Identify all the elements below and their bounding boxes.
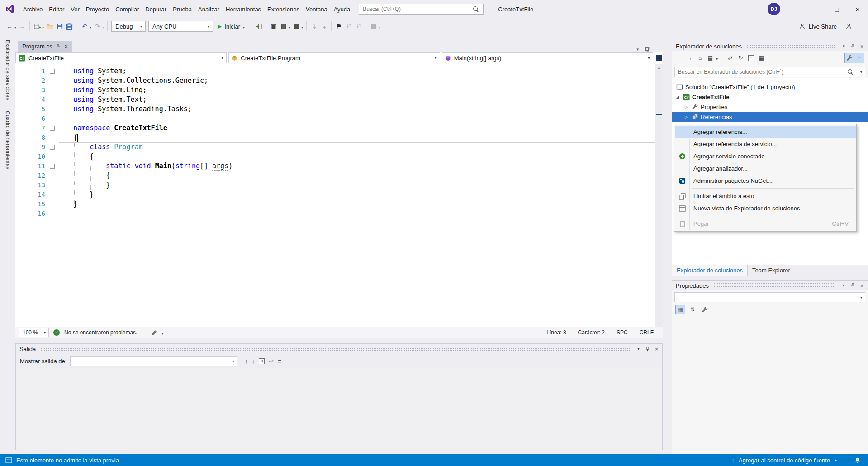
type-dropdown[interactable]: CreateTxtFile.Program ▾ — [228, 52, 440, 63]
toggle-bookmark-icon[interactable]: ⚑ — [334, 20, 344, 32]
context-menu-item[interactable]: Agregar servicio conectado — [675, 150, 856, 162]
find-dropdown-icon[interactable]: ▾ — [289, 25, 290, 29]
code-line[interactable]: 11− static void Main(string[] args) — [15, 162, 655, 171]
context-menu-item[interactable]: Agregar analizador... — [675, 162, 856, 175]
solution-platform-dropdown[interactable]: Any CPU ▾ — [148, 21, 213, 32]
tree-item[interactable]: ▷Referencias — [672, 112, 868, 122]
collapse-region-icon[interactable]: − — [50, 69, 55, 74]
code-surface[interactable]: 1−using System;2using System.Collections… — [15, 64, 655, 327]
source-control-caret-icon[interactable]: ▲ — [834, 458, 838, 462]
collapse-region-icon[interactable]: − — [50, 145, 55, 150]
collapse-region-icon[interactable]: − — [50, 164, 55, 169]
code-line[interactable]: 16 — [15, 209, 655, 219]
code-line[interactable]: 12 { — [15, 171, 655, 181]
solution-configuration-dropdown[interactable]: Debug ▾ — [111, 21, 146, 32]
pin-icon[interactable] — [56, 43, 61, 49]
previous-message-icon[interactable]: ↑ — [245, 358, 248, 365]
context-menu-item[interactable]: Agregar referencia... — [675, 126, 856, 138]
expander-icon[interactable]: ▷ — [683, 115, 689, 119]
categorized-view-icon[interactable]: ▦ — [675, 305, 685, 314]
redo-dropdown-icon[interactable]: ▾ — [102, 25, 104, 29]
window-position-dropdown-icon[interactable]: ▾ — [635, 345, 642, 352]
maximize-button[interactable]: □ — [826, 0, 847, 18]
context-menu-item[interactable]: Administrar paquetes NuGet... — [675, 175, 856, 187]
preview-selected-items-icon[interactable]: − — [854, 53, 864, 63]
close-icon[interactable]: × — [64, 43, 68, 50]
search-options-dropdown-icon[interactable]: ▾ — [858, 70, 865, 74]
next-bookmark-icon[interactable]: ⚐ — [354, 20, 364, 32]
close-icon[interactable]: × — [653, 345, 660, 352]
collapse-all-icon[interactable]: − — [746, 53, 756, 63]
expander-icon[interactable]: ◢ — [674, 95, 681, 99]
toggle-autoscroll-icon[interactable]: ≡ — [278, 358, 281, 365]
tree-item[interactable]: ▷Properties — [672, 102, 868, 112]
menubar-item[interactable]: Compilar — [112, 4, 142, 14]
editor-vertical-scrollbar[interactable]: ▲ ▾ — [655, 64, 663, 327]
scroll-up-icon[interactable]: ▲ — [655, 64, 663, 71]
context-menu-item[interactable]: Nueva vista de Explorador de soluciones — [675, 202, 856, 214]
undo-dropdown-icon[interactable]: ▾ — [90, 25, 91, 29]
code-line[interactable]: 13 } — [15, 181, 655, 190]
zoom-dropdown[interactable]: 100 % ▾ — [19, 328, 49, 337]
notifications-bell-icon[interactable] — [854, 457, 861, 464]
sync-with-active-document-icon[interactable]: ⇄ — [726, 53, 735, 63]
output-content[interactable] — [16, 368, 662, 450]
live-share-button[interactable]: Live Share — [809, 23, 837, 30]
panel-grip-texture[interactable] — [746, 44, 835, 48]
code-line[interactable]: 2using System.Collections.Generic; — [15, 76, 655, 86]
menubar-item[interactable]: Ventana — [303, 4, 331, 14]
menubar-item[interactable]: Ayuda — [331, 4, 354, 14]
tree-item[interactable]: Solución "CreateTxtFile" (1 de 1 proyect… — [672, 82, 868, 92]
tab-team-explorer[interactable]: Team Explorer — [748, 265, 795, 276]
step-over-icon[interactable]: ↳ — [319, 20, 329, 32]
code-line[interactable]: 9− class Program — [15, 143, 655, 152]
code-line[interactable]: 3using System.Linq; — [15, 86, 655, 95]
context-menu-item[interactable]: Agregar referencia de servicio... — [675, 138, 856, 150]
performance-snapshot-icon[interactable]: ▣ — [269, 20, 279, 32]
navigate-back-dropdown-icon[interactable]: ▾ — [14, 25, 16, 29]
quick-search-input[interactable] — [359, 6, 473, 12]
tree-item[interactable]: ◢C#CreateTxtFile — [672, 92, 868, 102]
alphabetical-sort-icon[interactable]: ⇅ — [688, 305, 697, 314]
tab-solution-explorer[interactable]: Explorador de soluciones — [672, 265, 748, 276]
pin-icon[interactable] — [644, 345, 651, 352]
open-file-icon[interactable] — [45, 20, 55, 32]
menubar-item[interactable]: Depurar — [142, 4, 170, 14]
show-all-files-icon[interactable]: ▦ — [757, 53, 766, 63]
word-wrap-icon[interactable]: ↩ — [269, 358, 274, 365]
refresh-icon[interactable]: ↻ — [736, 53, 745, 63]
menubar-item[interactable]: Ver — [67, 4, 83, 14]
health-message[interactable]: No se encontraron problemas. — [64, 329, 137, 336]
start-debugging-button[interactable]: ▶ Iniciar ▾ — [214, 23, 249, 30]
code-line[interactable]: 6 — [15, 114, 655, 124]
forward-icon[interactable]: → — [685, 53, 694, 63]
code-editor[interactable]: 1−using System;2using System.Collections… — [15, 64, 663, 327]
find-in-files-icon[interactable]: ▤ — [279, 20, 289, 32]
undo-icon[interactable]: ↶ — [80, 20, 90, 32]
properties-object-dropdown[interactable]: ▾ — [674, 292, 865, 302]
code-line[interactable]: 8{ — [15, 133, 655, 143]
project-dropdown[interactable]: C# CreateTxtFile ▾ — [15, 52, 227, 63]
gear-icon[interactable] — [644, 46, 650, 52]
close-icon[interactable]: × — [858, 282, 866, 289]
code-line[interactable]: 10 { — [15, 152, 655, 162]
switch-views-icon[interactable]: ▤ — [706, 53, 715, 63]
previous-bookmark-icon[interactable]: ⚐ — [344, 20, 354, 32]
menubar-item[interactable]: Prueba — [170, 4, 195, 14]
menubar-item[interactable]: Analizar — [195, 4, 223, 14]
avatar[interactable]: DJ — [768, 3, 780, 15]
sidebar-item-server-explorer[interactable]: Explorador de servidores — [5, 40, 11, 100]
navigate-back-icon[interactable]: ← — [5, 20, 14, 32]
window-position-dropdown-icon[interactable]: ▾ — [840, 43, 848, 50]
collapse-region-icon[interactable]: − — [50, 126, 55, 131]
feedback-icon[interactable] — [845, 23, 852, 29]
code-line[interactable]: 1−using System; — [15, 67, 655, 76]
extension-icon[interactable]: ▤ — [369, 20, 379, 32]
code-cleanup-dropdown-icon[interactable]: ▾ — [161, 332, 163, 336]
menubar-item[interactable]: Editar — [46, 4, 67, 14]
code-line[interactable]: 4using System.Text; — [15, 95, 655, 105]
code-cleanup-icon[interactable] — [151, 330, 157, 336]
code-line[interactable]: 15} — [15, 200, 655, 209]
menubar-item[interactable]: Herramientas — [223, 4, 264, 14]
pin-icon[interactable] — [849, 43, 857, 50]
